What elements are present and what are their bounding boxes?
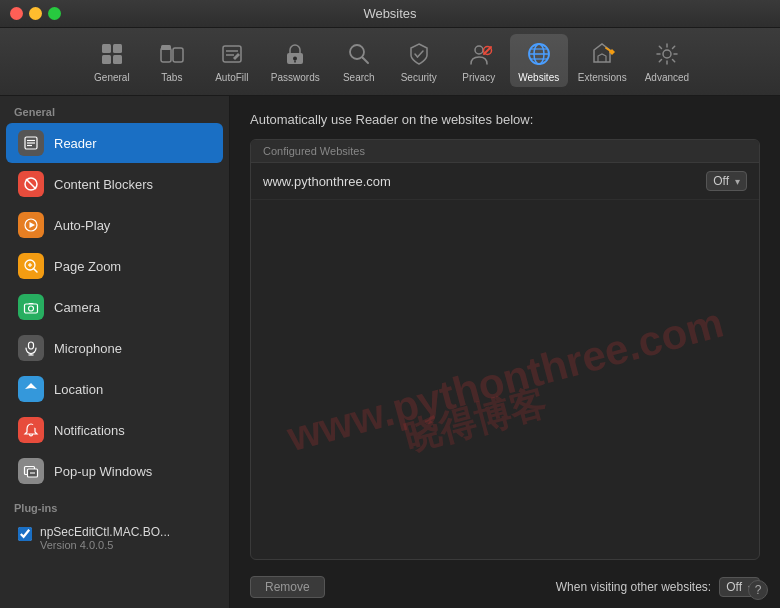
sidebar: General Reader Content Blockers <box>0 96 230 608</box>
help-icon: ? <box>755 583 762 597</box>
svg-rect-4 <box>161 48 171 62</box>
configured-header: Configured Websites <box>251 140 759 163</box>
svg-rect-2 <box>102 55 111 64</box>
website-row: www.pythonthree.com Off ▾ <box>251 163 759 200</box>
location-icon <box>18 376 44 402</box>
svg-point-25 <box>663 50 671 58</box>
sidebar-label-microphone: Microphone <box>54 341 122 356</box>
svg-marker-39 <box>28 303 34 304</box>
sidebar-label-content-blockers: Content Blockers <box>54 177 153 192</box>
plugin-item: npSecEditCtl.MAC.BO... Version 4.0.0.5 <box>6 519 223 557</box>
svg-point-11 <box>293 57 297 61</box>
window-title: Websites <box>363 6 416 21</box>
search-icon <box>343 38 375 70</box>
sidebar-label-auto-play: Auto-Play <box>54 218 110 233</box>
toolbar-item-websites[interactable]: Websites <box>510 34 568 87</box>
toolbar-item-security[interactable]: Security <box>390 34 448 87</box>
toolbar-label-privacy: Privacy <box>462 72 495 83</box>
toolbar-item-autofill[interactable]: AutoFill <box>203 34 261 87</box>
content-blockers-icon <box>18 171 44 197</box>
watermark-text-1: www.pythonthree.com <box>282 298 728 461</box>
toolbar-label-passwords: Passwords <box>271 72 320 83</box>
svg-line-14 <box>362 58 368 64</box>
maximize-button[interactable] <box>48 7 61 20</box>
tabs-icon <box>156 38 188 70</box>
toolbar-item-search[interactable]: Search <box>330 34 388 87</box>
svg-rect-3 <box>113 55 122 64</box>
minimize-button[interactable] <box>29 7 42 20</box>
reader-icon <box>18 130 44 156</box>
sidebar-section-general: General <box>0 96 229 122</box>
toolbar-label-advanced: Advanced <box>645 72 689 83</box>
website-off-dropdown[interactable]: Off ▾ <box>706 171 747 191</box>
svg-rect-1 <box>113 44 122 53</box>
other-websites-label: When visiting other websites: <box>556 580 711 594</box>
svg-point-17 <box>475 46 483 54</box>
toolbar-item-privacy[interactable]: Privacy <box>450 34 508 87</box>
window-controls[interactable] <box>10 7 61 20</box>
watermark-text-2: 晓得博客 <box>400 380 552 465</box>
camera-icon <box>18 294 44 320</box>
svg-line-35 <box>34 269 38 273</box>
other-websites-value: Off <box>726 580 742 594</box>
toolbar-item-general[interactable]: General <box>83 34 141 87</box>
configured-websites-box: Configured Websites www.pythonthree.com … <box>250 139 760 560</box>
sidebar-item-page-zoom[interactable]: Page Zoom <box>6 246 223 286</box>
security-icon <box>403 38 435 70</box>
autofill-icon <box>216 38 248 70</box>
sidebar-label-location: Location <box>54 382 103 397</box>
plugin-name: npSecEditCtl.MAC.BO... <box>40 525 170 539</box>
svg-marker-33 <box>30 222 36 228</box>
toolbar-item-advanced[interactable]: Advanced <box>637 34 697 87</box>
content-description: Automatically use Reader on the websites… <box>250 112 760 127</box>
toolbar: General Tabs AutoFill <box>0 28 780 96</box>
toolbar-label-autofill: AutoFill <box>215 72 248 83</box>
svg-rect-38 <box>25 304 38 313</box>
toolbar-label-security: Security <box>401 72 437 83</box>
sidebar-item-notifications[interactable]: Notifications <box>6 410 223 450</box>
sidebar-item-popup-windows[interactable]: Pop-up Windows <box>6 451 223 491</box>
content-pane: Automatically use Reader on the websites… <box>230 96 780 608</box>
toolbar-label-extensions: Extensions <box>578 72 627 83</box>
notifications-icon <box>18 417 44 443</box>
svg-point-40 <box>29 306 34 311</box>
sidebar-label-popup-windows: Pop-up Windows <box>54 464 152 479</box>
page-zoom-icon <box>18 253 44 279</box>
sidebar-label-camera: Camera <box>54 300 100 315</box>
toolbar-label-general: General <box>94 72 130 83</box>
sidebar-label-page-zoom: Page Zoom <box>54 259 121 274</box>
svg-marker-44 <box>25 383 37 389</box>
svg-line-31 <box>26 179 36 189</box>
sidebar-item-content-blockers[interactable]: Content Blockers <box>6 164 223 204</box>
microphone-icon <box>18 335 44 361</box>
title-bar: Websites <box>0 0 780 28</box>
toolbar-item-passwords[interactable]: Passwords <box>263 34 328 87</box>
plugin-checkbox[interactable] <box>18 527 32 541</box>
toolbar-item-extensions[interactable]: Extensions <box>570 34 635 87</box>
svg-rect-41 <box>29 342 34 349</box>
advanced-icon <box>651 38 683 70</box>
svg-rect-0 <box>102 44 111 53</box>
sidebar-section-plugins: Plug-ins <box>0 492 229 518</box>
svg-rect-6 <box>161 45 171 50</box>
chevron-down-icon: ▾ <box>735 176 740 187</box>
sidebar-item-location[interactable]: Location <box>6 369 223 409</box>
toolbar-item-tabs[interactable]: Tabs <box>143 34 201 87</box>
general-icon <box>96 38 128 70</box>
auto-play-icon <box>18 212 44 238</box>
website-url: www.pythonthree.com <box>263 174 706 189</box>
sidebar-label-notifications: Notifications <box>54 423 125 438</box>
sidebar-item-microphone[interactable]: Microphone <box>6 328 223 368</box>
toolbar-label-search: Search <box>343 72 375 83</box>
help-button[interactable]: ? <box>748 580 768 600</box>
svg-rect-5 <box>173 48 183 62</box>
sidebar-label-reader: Reader <box>54 136 97 151</box>
close-button[interactable] <box>10 7 23 20</box>
passwords-icon <box>279 38 311 70</box>
toolbar-label-tabs: Tabs <box>161 72 182 83</box>
sidebar-item-reader[interactable]: Reader <box>6 123 223 163</box>
sidebar-item-camera[interactable]: Camera <box>6 287 223 327</box>
remove-button[interactable]: Remove <box>250 576 325 598</box>
sidebar-item-auto-play[interactable]: Auto-Play <box>6 205 223 245</box>
footer: ? <box>748 580 768 600</box>
